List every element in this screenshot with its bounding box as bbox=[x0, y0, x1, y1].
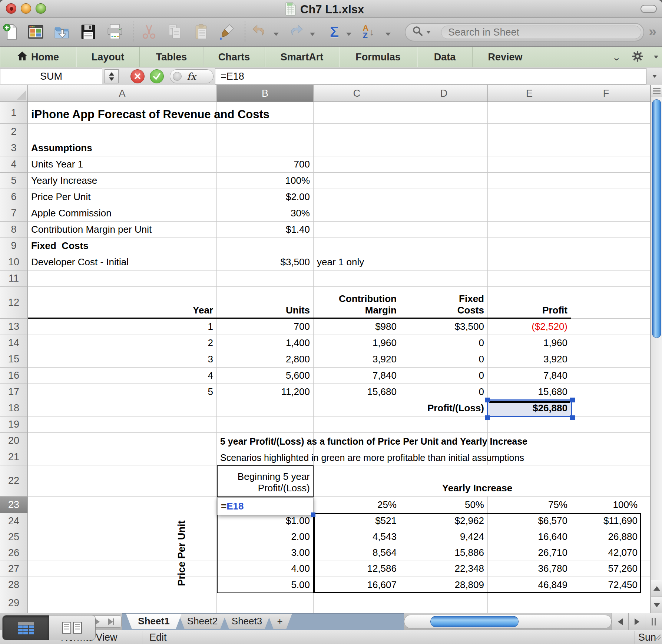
cell-G25[interactable] bbox=[641, 529, 651, 545]
cell-F28[interactable]: 72,450 bbox=[571, 577, 641, 593]
autosum-button[interactable]: Σ bbox=[325, 23, 343, 41]
cell-C18[interactable] bbox=[314, 400, 400, 416]
cell-B26[interactable]: 3.00 bbox=[217, 545, 314, 561]
cell-G6[interactable] bbox=[641, 189, 651, 205]
cell-A9[interactable]: Fixed Costs bbox=[28, 238, 217, 254]
cell-G13[interactable] bbox=[641, 319, 651, 335]
cell-D13[interactable]: $3,500 bbox=[400, 319, 488, 335]
search-input[interactable] bbox=[441, 26, 627, 39]
cell-D10[interactable] bbox=[400, 254, 488, 270]
cell-D15[interactable]: 0 bbox=[400, 351, 488, 368]
cell-B10[interactable]: $3,500 bbox=[217, 254, 314, 270]
cell-C8[interactable] bbox=[314, 222, 400, 238]
cell-A13[interactable]: 1 bbox=[28, 319, 217, 335]
open-button[interactable] bbox=[53, 23, 71, 41]
undo-button[interactable] bbox=[251, 23, 269, 41]
cell-C26[interactable]: 8,564 bbox=[314, 545, 400, 561]
minimize-window-button[interactable] bbox=[21, 3, 31, 14]
cell-B18[interactable] bbox=[217, 400, 314, 416]
cell-B19[interactable] bbox=[217, 416, 314, 433]
cell-C14[interactable]: 1,960 bbox=[314, 335, 400, 351]
cell-E17[interactable]: 15,680 bbox=[488, 384, 571, 400]
tab-formulas[interactable]: Formulas bbox=[339, 47, 417, 67]
cell-E9[interactable] bbox=[488, 238, 571, 254]
name-box[interactable]: SUM bbox=[0, 69, 102, 84]
cell-E26[interactable]: 26,710 bbox=[488, 545, 571, 561]
cell-G2[interactable] bbox=[641, 124, 651, 140]
search-scope-dropdown[interactable] bbox=[426, 31, 431, 34]
cell-C23[interactable]: 25% bbox=[314, 497, 400, 513]
row-header-13[interactable]: 13 bbox=[0, 319, 28, 335]
cell-E19[interactable] bbox=[488, 416, 571, 433]
cancel-formula-button[interactable] bbox=[130, 69, 145, 83]
name-box-stepper[interactable] bbox=[105, 69, 119, 83]
cell-F27[interactable]: 57,260 bbox=[571, 561, 641, 577]
cell-C5[interactable] bbox=[314, 173, 400, 189]
cell-E24[interactable]: $6,570 bbox=[488, 513, 571, 529]
cell-B12[interactable]: Units bbox=[217, 287, 314, 319]
cell-B15[interactable]: 2,800 bbox=[217, 351, 314, 368]
cell-E7[interactable] bbox=[488, 205, 571, 222]
toolbar-overflow-chevron[interactable]: » bbox=[649, 24, 656, 40]
cell-A19[interactable] bbox=[28, 416, 217, 433]
tab-review[interactable]: Review bbox=[473, 47, 538, 67]
new-document-button[interactable] bbox=[2, 23, 20, 41]
column-header-A[interactable]: A bbox=[28, 85, 217, 102]
gear-dropdown-arrow[interactable] bbox=[654, 56, 658, 59]
cell-C22[interactable]: Yearly Increase bbox=[314, 465, 641, 497]
cell-C9[interactable] bbox=[314, 238, 400, 254]
cell-F10[interactable] bbox=[571, 254, 641, 270]
row-header-16[interactable]: 16 bbox=[0, 368, 28, 384]
undo-dropdown-arrow[interactable] bbox=[274, 33, 279, 36]
row-header-15[interactable]: 15 bbox=[0, 351, 28, 368]
cell-E5[interactable] bbox=[488, 173, 571, 189]
tab-charts[interactable]: Charts bbox=[203, 47, 265, 67]
print-button[interactable] bbox=[106, 23, 124, 41]
cell-E2[interactable] bbox=[488, 124, 571, 140]
insert-function-button[interactable]: fx bbox=[170, 69, 214, 83]
cell-D5[interactable] bbox=[400, 173, 488, 189]
cell-E18[interactable]: $26,880 bbox=[488, 400, 571, 416]
cell-E6[interactable] bbox=[488, 189, 571, 205]
cell-G21[interactable] bbox=[641, 449, 651, 465]
cell-C17[interactable]: 15,680 bbox=[314, 384, 400, 400]
cell-G16[interactable] bbox=[641, 368, 651, 384]
cell-F5[interactable] bbox=[571, 173, 641, 189]
cell-B24[interactable]: $1.00 bbox=[217, 513, 314, 529]
cell-B29[interactable] bbox=[217, 593, 314, 613]
cell-F25[interactable]: 26,880 bbox=[571, 529, 641, 545]
cell-G27[interactable] bbox=[641, 561, 651, 577]
row-header-27[interactable]: 27 bbox=[0, 561, 28, 577]
save-button[interactable] bbox=[79, 23, 97, 41]
cell-C3[interactable] bbox=[314, 140, 400, 156]
cell-B3[interactable] bbox=[217, 140, 314, 156]
cell-F14[interactable] bbox=[571, 335, 641, 351]
cell-C16[interactable]: 7,840 bbox=[314, 368, 400, 384]
cell-C10[interactable]: year 1 only bbox=[314, 254, 400, 270]
cell-A17[interactable]: 5 bbox=[28, 384, 217, 400]
cell-F18[interactable] bbox=[571, 400, 641, 416]
cell-D16[interactable]: 0 bbox=[400, 368, 488, 384]
cell-D12[interactable]: Fixed Costs bbox=[400, 287, 488, 319]
cell-A21[interactable] bbox=[28, 449, 217, 465]
row-header-20[interactable]: 20 bbox=[0, 433, 28, 449]
tab-home[interactable]: Home bbox=[0, 47, 76, 67]
cell-E12[interactable]: Profit bbox=[488, 287, 571, 319]
cell-D4[interactable] bbox=[400, 156, 488, 173]
cell-A1[interactable]: iPhone App Forecast of Revenue and Costs bbox=[28, 102, 217, 124]
cell-F24[interactable]: $11,690 bbox=[571, 513, 641, 529]
row-header-21[interactable]: 21 bbox=[0, 449, 28, 465]
column-header-F[interactable]: F bbox=[571, 85, 641, 102]
row-header-28[interactable]: 28 bbox=[0, 577, 28, 593]
cell-A3[interactable]: Assumptions bbox=[28, 140, 217, 156]
template-gallery-button[interactable] bbox=[27, 23, 44, 41]
cell-F12[interactable] bbox=[571, 287, 641, 319]
row-header-2[interactable]: 2 bbox=[0, 124, 28, 140]
last-sheet-button[interactable] bbox=[108, 618, 114, 625]
cell-G22[interactable] bbox=[641, 465, 651, 497]
split-handle[interactable] bbox=[651, 85, 662, 97]
cell-E23[interactable]: 75% bbox=[488, 497, 571, 513]
cell-D17[interactable]: 0 bbox=[400, 384, 488, 400]
cell-G5[interactable] bbox=[641, 173, 651, 189]
cell-D18[interactable]: Profit/(Loss) bbox=[400, 400, 488, 416]
